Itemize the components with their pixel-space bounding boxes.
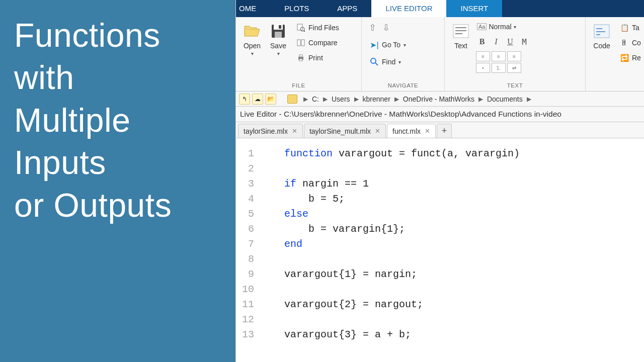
video-title-banner: Functions with Multiple Inputs or Output… bbox=[0, 0, 235, 362]
control-button-partial[interactable]: 🎚Co bbox=[617, 36, 644, 49]
group-label-file: FILE bbox=[239, 81, 358, 91]
code-area[interactable]: function varargout = funct(a, varargin) … bbox=[259, 138, 644, 362]
file-tab-label: funct.mlx bbox=[392, 127, 421, 135]
svg-line-13 bbox=[375, 63, 378, 65]
ribbon-group-navigate: ⇧ ⇩ ➤| Go To ▾ Find ▾ NAVIGATE bbox=[362, 17, 445, 91]
find-button[interactable]: Find ▾ bbox=[367, 55, 409, 68]
close-icon[interactable]: ✕ bbox=[375, 127, 380, 135]
tab-plots[interactable]: PLOTS bbox=[270, 0, 323, 17]
svg-rect-10 bbox=[299, 55, 302, 57]
italic-button[interactable]: I bbox=[490, 36, 502, 47]
folder-open-icon bbox=[243, 22, 261, 40]
nav-browse-icon[interactable]: 📂 bbox=[265, 94, 276, 105]
dropdown-icon bbox=[251, 50, 254, 56]
banner-line: Inputs bbox=[14, 141, 225, 184]
chevron-right-icon: ▶ bbox=[321, 96, 330, 103]
dropdown-icon: ▾ bbox=[404, 42, 406, 48]
banner-line: with bbox=[14, 56, 225, 99]
group-label-text: TEXT bbox=[448, 81, 582, 91]
dropdown-icon: ▾ bbox=[514, 24, 516, 30]
task-icon: 📋 bbox=[620, 23, 629, 32]
ribbon: Open Save Find Files bbox=[236, 17, 644, 92]
nav-back-icon[interactable]: ⇧ bbox=[369, 22, 376, 33]
svg-rect-2 bbox=[275, 32, 282, 38]
file-tabs: taylorSine.mlx ✕ taylorSine_mult.mlx ✕ f… bbox=[236, 122, 644, 138]
banner-line: Functions bbox=[14, 14, 225, 56]
nav-fwd-icon[interactable]: ⇩ bbox=[382, 22, 390, 33]
task-button-partial[interactable]: 📋Ta bbox=[617, 21, 644, 34]
tab-apps[interactable]: APPS bbox=[323, 0, 371, 17]
banner-line: or Outputs bbox=[14, 184, 225, 226]
style-selector[interactable]: Aa Normal ▾ bbox=[476, 21, 530, 32]
control-icon: 🎚 bbox=[620, 38, 629, 47]
svg-rect-11 bbox=[299, 59, 302, 61]
ribbon-group-text: Text Aa Normal ▾ B I U M ≡≡≡ bbox=[445, 17, 586, 91]
text-icon bbox=[452, 22, 470, 40]
refactor-button-partial[interactable]: 🔁Re bbox=[617, 51, 644, 64]
chevron-right-icon: ▶ bbox=[476, 96, 485, 103]
tab-insert[interactable]: INSERT bbox=[446, 0, 502, 17]
crumb-segment[interactable]: Users bbox=[332, 95, 350, 103]
save-button[interactable]: Save bbox=[266, 20, 290, 58]
matlab-app: OME PLOTS APPS LIVE EDITOR INSERT Open bbox=[235, 0, 644, 362]
crumb-segment[interactable]: Documents bbox=[487, 95, 523, 103]
code-button[interactable]: Code bbox=[590, 20, 614, 52]
document-title: Live Editor - C:\Users\kbrenner\OneDrive… bbox=[236, 107, 644, 122]
file-tab-label: taylorSine_mult.mlx bbox=[309, 127, 371, 135]
svg-line-6 bbox=[304, 31, 305, 32]
monospace-button[interactable]: M bbox=[518, 36, 530, 47]
chevron-right-icon: ▶ bbox=[392, 96, 401, 103]
tab-live-editor[interactable]: LIVE EDITOR bbox=[371, 0, 446, 17]
text-button[interactable]: Text bbox=[449, 20, 473, 52]
chevron-right-icon: ▶ bbox=[352, 96, 361, 103]
ribbon-group-code: Code 📋Ta 🎚Co 🔁Re bbox=[586, 17, 644, 91]
svg-rect-1 bbox=[274, 25, 283, 30]
line-number-gutter: 12345678910111213 bbox=[236, 138, 259, 362]
find-files-button[interactable]: Find Files bbox=[293, 21, 342, 34]
chevron-right-icon: ▶ bbox=[525, 96, 533, 103]
crumb-segment[interactable]: OneDrive - MathWorks bbox=[403, 95, 474, 103]
file-tab-label: taylorSine.mlx bbox=[244, 127, 288, 135]
tab-home[interactable]: OME bbox=[236, 0, 270, 17]
print-button[interactable]: Print bbox=[293, 51, 342, 64]
open-button[interactable]: Open bbox=[240, 20, 264, 58]
close-icon[interactable]: ✕ bbox=[425, 127, 430, 135]
go-to-icon: ➤| bbox=[370, 40, 379, 49]
go-to-button[interactable]: ➤| Go To ▾ bbox=[367, 38, 409, 51]
floppy-disk-icon bbox=[269, 22, 287, 40]
close-icon[interactable]: ✕ bbox=[292, 127, 297, 135]
aa-icon: Aa bbox=[477, 23, 487, 30]
ribbon-group-file: Open Save Find Files bbox=[236, 17, 362, 91]
find-files-icon bbox=[296, 23, 305, 32]
banner-line: Multiple bbox=[14, 99, 225, 141]
nav-up-icon[interactable]: ↰ bbox=[239, 94, 250, 105]
file-tab-active[interactable]: funct.mlx ✕ bbox=[387, 124, 436, 138]
toolstrip-tabs: OME PLOTS APPS LIVE EDITOR INSERT bbox=[236, 0, 644, 17]
file-tab[interactable]: taylorSine.mlx ✕ bbox=[238, 124, 303, 138]
compare-button[interactable]: Compare bbox=[293, 36, 342, 49]
code-editor[interactable]: 12345678910111213 function varargout = f… bbox=[236, 138, 644, 362]
dropdown-icon bbox=[277, 50, 280, 56]
dropdown-icon: ▾ bbox=[398, 59, 401, 65]
file-tab[interactable]: taylorSine_mult.mlx ✕ bbox=[304, 124, 386, 138]
crumb-segment[interactable]: C: bbox=[312, 95, 319, 103]
code-icon bbox=[593, 22, 611, 40]
nav-history-icon[interactable]: ☁ bbox=[252, 94, 263, 105]
chevron-right-icon: ▶ bbox=[301, 96, 310, 103]
list-align-grid[interactable]: ≡≡≡ •1.⇄ bbox=[476, 51, 530, 73]
magnifier-icon bbox=[370, 57, 379, 66]
svg-point-12 bbox=[371, 58, 376, 63]
svg-rect-8 bbox=[301, 40, 304, 46]
compare-icon bbox=[296, 38, 305, 47]
bold-button[interactable]: B bbox=[476, 36, 488, 47]
svg-rect-7 bbox=[297, 40, 300, 46]
printer-icon bbox=[296, 53, 305, 62]
underline-button[interactable]: U bbox=[504, 36, 516, 47]
path-toolbar: ↰ ☁ 📂 ▶ C: ▶ Users ▶ kbrenner ▶ OneDrive… bbox=[236, 92, 644, 107]
refactor-icon: 🔁 bbox=[620, 53, 629, 62]
folder-icon bbox=[287, 95, 297, 104]
crumb-segment[interactable]: kbrenner bbox=[363, 95, 390, 103]
svg-rect-3 bbox=[279, 25, 281, 29]
group-label-navigate: NAVIGATE bbox=[365, 81, 441, 91]
new-tab-button[interactable]: + bbox=[437, 124, 452, 138]
